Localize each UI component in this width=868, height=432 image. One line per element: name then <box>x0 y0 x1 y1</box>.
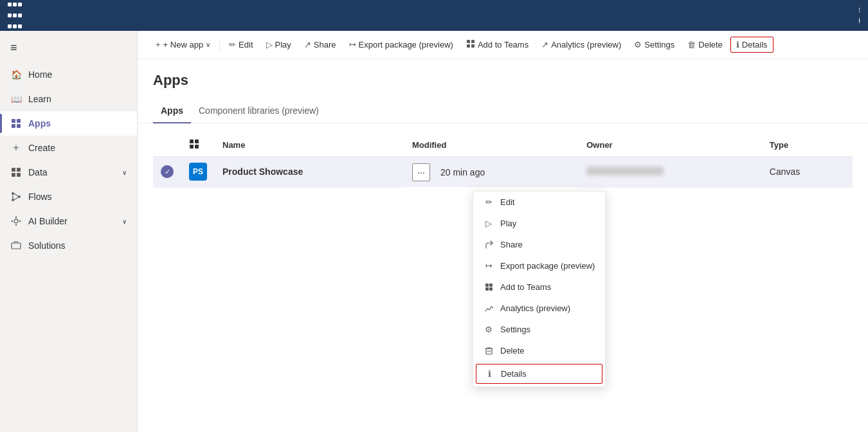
settings-label: Settings <box>644 40 674 50</box>
svg-rect-35 <box>489 287 493 291</box>
ctx-export-label: Export package (preview) <box>500 261 595 271</box>
ctx-delete[interactable]: Delete <box>473 340 605 361</box>
page-header: Apps <box>138 59 868 99</box>
layout: ≡ 🏠 Home 📖 Learn Apps + Create <box>0 31 868 432</box>
row-app-icon: PS <box>181 157 215 188</box>
svg-line-16 <box>14 197 18 200</box>
add-to-teams-button[interactable]: Add to Teams <box>461 37 534 53</box>
sidebar-item-data[interactable]: Data ∨ <box>0 160 137 184</box>
svg-line-17 <box>14 194 18 196</box>
home-icon: 🏠 <box>10 69 22 80</box>
svg-point-22 <box>19 221 21 222</box>
ctx-add-to-teams-label: Add to Teams <box>500 282 551 292</box>
table-row[interactable]: ✓ PS Product Showcase ··· 20 min ago <box>153 157 853 188</box>
sidebar-label-apps: Apps <box>28 118 51 129</box>
col-type: Type <box>762 134 853 157</box>
ctx-details-icon: ℹ <box>484 369 494 379</box>
sidebar-label-home: Home <box>28 69 52 80</box>
col-modified: Modified <box>404 134 579 157</box>
ctx-export-icon: ↦ <box>484 261 494 271</box>
row-ellipsis-cell: ··· 20 min ago <box>404 157 579 187</box>
col-icon <box>181 134 215 157</box>
sidebar-item-apps[interactable]: Apps <box>0 111 137 136</box>
ctx-analytics[interactable]: Analytics (preview) <box>473 298 605 319</box>
ctx-edit-icon: ✏ <box>484 197 494 207</box>
svg-rect-30 <box>190 145 194 148</box>
create-icon: + <box>10 142 22 154</box>
delete-label: Delete <box>698 40 723 50</box>
sidebar-item-ai-builder[interactable]: AI Builder ∨ <box>0 209 137 233</box>
waffle-icon[interactable] <box>0 0 859 31</box>
svg-rect-26 <box>467 44 470 48</box>
tab-component-libraries[interactable]: Component libraries (preview) <box>191 99 327 123</box>
row-check: ✓ <box>153 157 181 188</box>
new-app-button[interactable]: + + New app ∨ <box>150 37 215 52</box>
svg-rect-33 <box>489 284 493 287</box>
svg-rect-11 <box>17 173 21 177</box>
new-app-chevron-icon: ∨ <box>206 41 210 48</box>
details-button[interactable]: ℹ Details <box>730 37 773 53</box>
analytics-button[interactable]: ↗ Analytics (preview) <box>536 37 626 52</box>
ctx-edit[interactable]: ✏ Edit <box>473 192 605 213</box>
edit-button[interactable]: ✏ Edit <box>224 37 258 52</box>
sidebar-item-learn[interactable]: 📖 Learn <box>0 87 137 111</box>
sidebar-label-create: Create <box>28 143 55 153</box>
sidebar-label-data: Data <box>28 167 48 177</box>
ctx-details-label: Details <box>501 369 527 379</box>
svg-point-19 <box>15 217 17 218</box>
analytics-label: Analytics (preview) <box>551 40 621 50</box>
svg-rect-9 <box>17 168 21 172</box>
solutions-icon <box>10 240 22 251</box>
ctx-share-label: Share <box>500 240 523 249</box>
sidebar-item-create[interactable]: + Create <box>0 136 137 160</box>
ctx-add-to-teams[interactable]: Add to Teams <box>473 276 605 298</box>
svg-rect-6 <box>12 124 15 128</box>
ctx-details[interactable]: ℹ Details <box>476 364 602 384</box>
context-menu: ✏ Edit ▷ Play Share ↦ Export package (pr… <box>473 191 606 387</box>
sidebar-label-learn: Learn <box>28 94 51 104</box>
sidebar-item-solutions[interactable]: Solutions <box>0 233 137 258</box>
apps-table: Name Modified Owner Type ✓ PS <box>153 134 853 188</box>
svg-rect-29 <box>195 140 199 143</box>
svg-rect-7 <box>17 124 21 128</box>
play-label: Play <box>275 40 291 50</box>
svg-point-21 <box>12 221 13 222</box>
toolbar-separator-1 <box>219 39 220 51</box>
add-to-teams-label: Add to Teams <box>478 40 529 50</box>
data-icon <box>10 166 22 178</box>
edit-icon: ✏ <box>229 40 236 50</box>
ctx-share-icon <box>484 240 494 249</box>
svg-rect-8 <box>12 168 15 172</box>
ctx-delete-icon <box>484 346 494 355</box>
ctx-export-package[interactable]: ↦ Export package (preview) <box>473 255 605 276</box>
learn-icon: 📖 <box>10 93 22 105</box>
svg-point-20 <box>15 224 17 226</box>
apps-icon <box>10 118 22 129</box>
ctx-play[interactable]: ▷ Play <box>473 213 605 234</box>
play-button[interactable]: ▷ Play <box>261 37 296 52</box>
svg-rect-25 <box>471 40 475 43</box>
svg-rect-10 <box>12 173 15 177</box>
delete-button[interactable]: 🗑 Delete <box>682 37 728 52</box>
sidebar-toggle[interactable]: ≡ <box>0 36 137 60</box>
context-menu-trigger[interactable]: ··· <box>412 163 430 181</box>
ai-builder-icon <box>10 215 22 227</box>
col-owner: Owner <box>579 134 762 157</box>
col-name: Name <box>215 134 404 157</box>
app-icon-box: PS <box>189 163 207 181</box>
sidebar-item-flows[interactable]: Flows <box>0 184 137 209</box>
row-modified: 20 min ago <box>440 167 485 177</box>
share-button[interactable]: ↗ Share <box>299 37 341 52</box>
export-package-button[interactable]: ↦ Export package (preview) <box>344 37 458 52</box>
tab-apps[interactable]: Apps <box>153 99 191 123</box>
new-app-label: + New app <box>163 40 204 50</box>
ctx-share[interactable]: Share <box>473 234 605 255</box>
svg-rect-31 <box>195 145 199 148</box>
svg-rect-4 <box>12 119 15 123</box>
play-icon: ▷ <box>266 40 273 50</box>
row-type: Canvas <box>762 157 853 188</box>
svg-point-18 <box>14 219 18 223</box>
ctx-settings[interactable]: ⚙ Settings <box>473 319 605 340</box>
settings-button[interactable]: ⚙ Settings <box>629 37 680 52</box>
sidebar-item-home[interactable]: 🏠 Home <box>0 62 137 87</box>
